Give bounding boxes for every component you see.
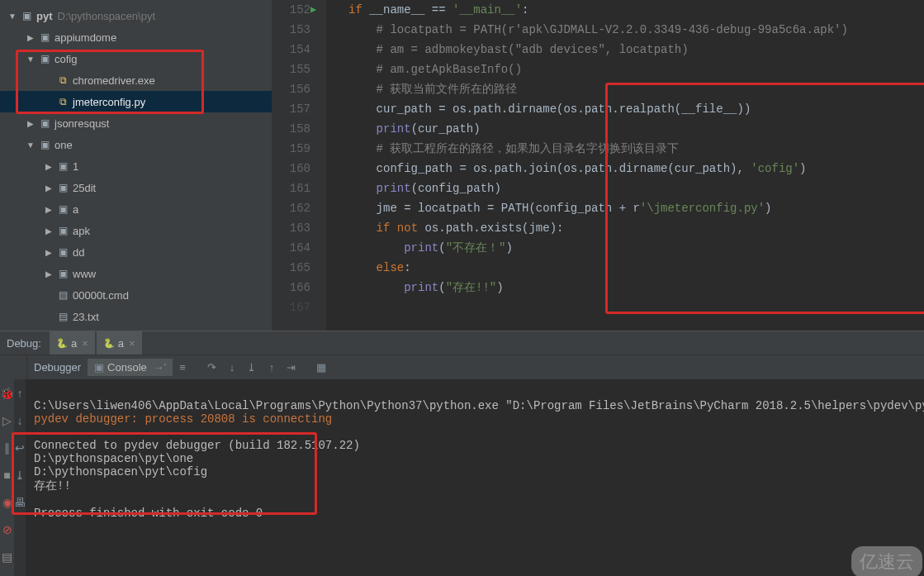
list-icon[interactable]: ≡ xyxy=(173,361,192,374)
tree-label: one xyxy=(54,139,73,151)
up-icon[interactable]: ↑ xyxy=(14,379,26,407)
chevron-right-icon[interactable] xyxy=(25,119,36,128)
code-editor[interactable]: ▶ 152if __name__ == '__main__':153 # loc… xyxy=(272,0,924,331)
python-icon: 🐍 xyxy=(56,338,68,349)
run-tab-label: a xyxy=(71,337,77,350)
tree-item-appiumdome[interactable]: ▣appiumdome xyxy=(0,26,272,48)
tree-item-www[interactable]: ▣www xyxy=(0,263,272,284)
code-line[interactable]: 164 print("不存在！") xyxy=(272,238,924,258)
resume-icon[interactable]: ▷ xyxy=(0,407,14,434)
chevron-right-icon[interactable] xyxy=(25,33,36,42)
mute-breakpoints-icon[interactable]: ⊘ xyxy=(0,516,14,543)
bug-icon[interactable]: 🐞 xyxy=(0,379,14,407)
chevron-right-icon[interactable] xyxy=(43,248,54,257)
tree-item-chromedriver-exe[interactable]: ⧉chromedriver.exe xyxy=(0,69,272,91)
debugger-tab[interactable]: Debugger xyxy=(27,359,88,376)
console-tab[interactable]: ▣Console →' xyxy=(88,359,173,376)
console-left-toolbar: ↑ ↓ ↩ ⤓ 🖶 xyxy=(14,379,26,576)
code-text: # 获取当前文件所在的路径 xyxy=(322,82,517,97)
code-line[interactable]: 162 jme = locatpath = PATH(config_path +… xyxy=(272,198,924,218)
tree-item-cofig[interactable]: ▣cofig xyxy=(0,48,272,69)
code-line[interactable]: 163 if not os.path.exists(jme): xyxy=(272,218,924,238)
tree-label: a xyxy=(73,203,78,216)
stop-icon[interactable]: ■ xyxy=(0,461,14,488)
code-line[interactable]: 160 config_path = os.path.join(os.path.d… xyxy=(272,159,924,179)
code-line[interactable]: 152if __name__ == '__main__': xyxy=(272,0,924,20)
step-over-icon[interactable]: ↷ xyxy=(202,361,222,374)
code-line[interactable]: 157 cur_path = os.path.dirname(os.path.r… xyxy=(272,99,924,119)
line-number: 152 xyxy=(272,3,322,17)
step-into-icon[interactable]: ↓ xyxy=(222,361,242,374)
line-number: 163 xyxy=(272,221,322,235)
tree-item-23-txt[interactable]: ▤23.txt xyxy=(0,306,272,327)
tree-item-dd[interactable]: ▣dd xyxy=(0,241,272,263)
tree-item-a[interactable]: ▣a xyxy=(0,198,272,220)
line-number: 160 xyxy=(272,162,322,175)
console-line: D:\pythonspacen\pyt\cofig xyxy=(34,465,207,478)
python-file-icon: ⧉ xyxy=(56,95,69,108)
run-to-cursor-icon[interactable]: ⇥ xyxy=(282,361,301,374)
tree-root[interactable]: ▣ pyt D:\pythonspacen\pyt xyxy=(0,5,272,26)
line-number: 154 xyxy=(272,43,322,56)
scroll-end-icon[interactable]: ⤓ xyxy=(14,461,26,488)
tree-item-1[interactable]: ▣1 xyxy=(0,155,272,177)
step-out-icon[interactable]: ↑ xyxy=(262,361,282,374)
arrow-icon: →' xyxy=(153,361,165,374)
debug-run-tab-2[interactable]: 🐍 a × xyxy=(97,331,142,355)
line-number: 158 xyxy=(272,122,322,136)
tree-item-jmeterconfig-py[interactable]: ⧉jmeterconfig.py xyxy=(0,91,272,112)
pause-icon[interactable]: ∥ xyxy=(0,434,14,461)
code-line[interactable]: 161 print(config_path) xyxy=(272,179,924,198)
console-output[interactable]: C:\Users\liwen406\AppData\Local\Programs… xyxy=(26,379,924,576)
print-icon[interactable]: 🖶 xyxy=(14,488,26,516)
folder-icon: ▣ xyxy=(20,9,33,22)
close-icon[interactable]: × xyxy=(129,337,135,350)
chevron-right-icon[interactable] xyxy=(43,162,54,171)
chevron-right-icon[interactable] xyxy=(43,226,54,236)
close-icon[interactable]: × xyxy=(82,337,88,350)
down-icon[interactable]: ↓ xyxy=(14,407,26,434)
debug-run-tab-1[interactable]: 🐍 a × xyxy=(50,331,95,355)
tree-label: cofig xyxy=(54,53,77,65)
file-icon: ▤ xyxy=(56,288,69,302)
code-text: # am = adbmokeybast("adb devices", locat… xyxy=(322,43,689,56)
code-line[interactable]: 155 # am.getApkBaseInfo() xyxy=(272,60,924,79)
folder-icon: ▣ xyxy=(56,159,69,173)
evaluate-icon[interactable]: ▦ xyxy=(311,361,331,374)
console-line: D:\pythonspacen\pyt\one xyxy=(34,452,193,465)
code-text: # 获取工程所在的路径，如果加入目录名字切换到该目录下 xyxy=(322,141,679,156)
code-line[interactable]: 158 print(cur_path) xyxy=(272,119,924,139)
settings-icon[interactable]: ▤ xyxy=(0,543,14,570)
code-line[interactable]: 165 else: xyxy=(272,258,924,278)
tree-label: www xyxy=(73,268,96,280)
folder-icon: ▣ xyxy=(56,181,69,194)
code-line[interactable]: 154 # am = adbmokeybast("adb devices", l… xyxy=(272,40,924,60)
root-label: pyt xyxy=(36,10,53,22)
tree-item-apk[interactable]: ▣apk xyxy=(0,220,272,241)
tree-item-25dit[interactable]: ▣25dit xyxy=(0,177,272,198)
soft-wrap-icon[interactable]: ↩ xyxy=(14,434,26,461)
tree-label: dd xyxy=(73,246,84,259)
code-line[interactable]: 156 # 获取当前文件所在的路径 xyxy=(272,79,924,99)
chevron-right-icon[interactable] xyxy=(43,269,54,278)
code-line[interactable]: 159 # 获取工程所在的路径，如果加入目录名字切换到该目录下 xyxy=(272,139,924,159)
python-icon: 🐍 xyxy=(103,338,115,349)
code-text: cur_path = os.path.dirname(os.path.realp… xyxy=(322,102,751,116)
chevron-right-icon[interactable] xyxy=(43,183,54,193)
view-breakpoints-icon[interactable]: ◉ xyxy=(0,488,14,516)
chevron-right-icon[interactable] xyxy=(43,205,54,214)
tree-item-one[interactable]: ▣one xyxy=(0,134,272,155)
tree-label: chromedriver.exe xyxy=(73,74,155,87)
chevron-down-icon[interactable] xyxy=(25,55,36,64)
tree-item-00000t-cmd[interactable]: ▤00000t.cmd xyxy=(0,284,272,306)
root-path: D:\pythonspacen\pyt xyxy=(58,10,156,22)
code-text: # locatpath = PATH(r'apk\GJDMALL-V2.2.0.… xyxy=(322,23,848,36)
chevron-down-icon[interactable] xyxy=(25,140,36,150)
project-tree[interactable]: ▣ pyt D:\pythonspacen\pyt ▣appiumdome▣co… xyxy=(0,0,272,331)
folder-icon: ▣ xyxy=(56,202,69,216)
chevron-down-icon[interactable] xyxy=(7,12,18,21)
step-into-my-icon[interactable]: ⤓ xyxy=(242,361,262,374)
code-line[interactable]: 166 print("存在!!") xyxy=(272,278,924,298)
code-line[interactable]: 153 # locatpath = PATH(r'apk\GJDMALL-V2.… xyxy=(272,20,924,40)
tree-item-jsonresqust[interactable]: ▣jsonresqust xyxy=(0,112,272,134)
